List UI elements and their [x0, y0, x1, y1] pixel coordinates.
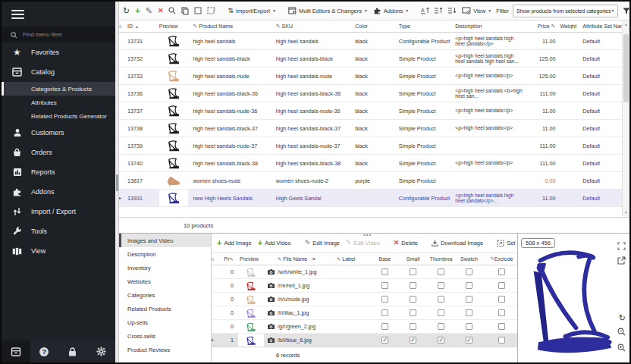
col-header-weight[interactable]: Weight [557, 24, 580, 29]
copy-icon[interactable] [181, 5, 190, 17]
zoom-out-icon[interactable] [617, 325, 626, 339]
add-video-button[interactable]: +Add Video [257, 237, 292, 249]
checkbox-small[interactable] [410, 268, 416, 275]
multi-editors-button[interactable]: Multi Editors & Changers▼ [287, 5, 369, 16]
checkbox-swatch[interactable] [466, 323, 472, 330]
col-header-type[interactable]: Type [397, 24, 454, 29]
image-row[interactable]: 0 /n/u/nude.jpg [212, 293, 520, 306]
product-row[interactable]: 13738 high heel sandals-black-37high hee… [119, 120, 622, 137]
sidebar-item-tools[interactable]: Tools [2, 221, 115, 241]
checkbox-thumbnail[interactable] [438, 309, 444, 316]
tab-related-products[interactable]: Related Products [119, 302, 211, 315]
select-icon[interactable] [193, 5, 202, 16]
product-row[interactable]: ▸13931 new High Heels SandalsHigh Geels … [119, 190, 622, 207]
delete-image-button[interactable]: ✕Delete [393, 238, 419, 248]
col-header-preview[interactable]: Preview [237, 256, 265, 262]
hamburger-menu-icon[interactable] [2, 2, 115, 27]
col-header-thumbnail[interactable]: Thumbna [427, 256, 455, 262]
edit-image-button[interactable]: ✎Edit Image [304, 238, 341, 248]
image-row[interactable]: 0 /g/r/green_2.jpg [212, 320, 520, 334]
add-icon[interactable]: + [134, 5, 140, 17]
rotate-icon[interactable]: ↻ [619, 313, 626, 323]
image-row[interactable]: 0 /r/e/red_1.jpg [212, 279, 520, 293]
col-header-label[interactable]: ✎ Label [337, 256, 371, 262]
sidebar-item-addons[interactable]: Addons [2, 182, 115, 202]
col-header-attribute-set[interactable]: Attribute Set Name [580, 24, 622, 29]
sort-asc-icon[interactable] [434, 5, 444, 16]
category-filter-select[interactable]: Show products from selected categories▼ [513, 5, 618, 17]
checkbox-base[interactable]: ✓ [381, 337, 388, 344]
checkbox-small[interactable]: ✓ [410, 337, 416, 344]
sort-az-icon[interactable]: A [420, 5, 430, 16]
tab-websites[interactable]: Websites [119, 275, 211, 288]
checkbox-thumbnail[interactable] [438, 296, 444, 303]
col-header-preview[interactable]: Preview [157, 24, 191, 29]
checkbox-exclude[interactable] [498, 323, 505, 330]
col-header-pr[interactable]: Pr✎ [218, 256, 237, 262]
checkbox-thumbnail[interactable] [438, 323, 444, 330]
checkbox-thumbnail[interactable] [438, 268, 444, 275]
store-icon[interactable] [2, 340, 30, 362]
product-row[interactable]: 13732 high heel sandals-blackhigh heel s… [119, 50, 622, 67]
lock-icon[interactable] [58, 340, 87, 362]
sidebar-item-related-products-generator[interactable]: Related Products Generator [2, 109, 115, 123]
checkbox-swatch[interactable] [466, 282, 472, 289]
add-image-button[interactable]: +Add Image [216, 237, 253, 249]
image-row[interactable]: 0 /w/h/white_1.jpg [212, 265, 520, 279]
tab-images-and-video[interactable]: Images and Video [119, 234, 211, 247]
sidebar-item-categories-products[interactable]: Categories & Products [2, 82, 115, 96]
col-header-product-name[interactable]: ✎ Product Name [190, 24, 273, 29]
products-grid-scrollbar[interactable]: ▲ ▼ [622, 20, 629, 216]
refresh-icon[interactable]: ↻ [122, 5, 130, 17]
col-header-small[interactable]: Small [399, 256, 427, 262]
checkbox-base[interactable] [381, 309, 388, 316]
checkbox-small[interactable] [410, 296, 416, 303]
image-row[interactable]: 0 /l/i/lilac_1.jpg [212, 306, 520, 320]
checkbox-exclude[interactable] [498, 337, 505, 344]
product-row[interactable]: 13817women shoes-nudewomen shoes-nude-2p… [119, 172, 622, 190]
expand-icon[interactable] [617, 240, 626, 253]
sidebar-item-orders[interactable]: Orders [2, 143, 115, 162]
sort-desc-icon[interactable] [447, 5, 457, 16]
checkbox-exclude[interactable] [498, 268, 505, 275]
col-header-description[interactable]: Description [453, 24, 524, 30]
col-header-id[interactable]: ID▲ [125, 24, 157, 29]
sidebar-search[interactable] [2, 27, 115, 42]
product-row[interactable]: 13737 high heel sandals-nude-36high heel… [119, 102, 622, 120]
tab-inventory[interactable]: Inventory [119, 261, 211, 275]
edit-video-button[interactable]: ✎Edit Video [345, 238, 381, 248]
product-row[interactable]: 13740 high heel sandals-black-38high hee… [119, 155, 622, 172]
filter-flag-icon[interactable]: ⚑ [312, 257, 316, 262]
grid-menu-icon[interactable]: ≡ [212, 257, 218, 262]
product-row[interactable]: 13736 high heel sandals-black-36high hee… [119, 85, 622, 102]
checkbox-base[interactable] [381, 282, 388, 289]
product-row[interactable]: 13739 high heel sandals-nude-37high heel… [119, 137, 622, 155]
col-header-color[interactable]: Color [353, 24, 397, 29]
search-icon[interactable] [168, 5, 177, 16]
image-row[interactable]: ▸1 /b/l/blue_6.jpg✓✓✓✓ [212, 334, 520, 347]
checkbox-small[interactable] [410, 323, 416, 330]
tab-description[interactable]: Description [119, 247, 211, 261]
col-header-base[interactable]: Base [371, 256, 399, 262]
sidebar-item-favorites[interactable]: ★ Favorites [2, 42, 115, 62]
download-image-button[interactable]: Download Image [431, 238, 484, 248]
col-header-file-name[interactable]: ✎ File Name⚑ [276, 256, 337, 262]
sidebar-item-reports[interactable]: Reports [2, 162, 115, 182]
checkbox-small[interactable] [410, 309, 416, 316]
search-input[interactable] [23, 31, 99, 38]
addons-button[interactable]: Addons▼ [372, 5, 410, 16]
checkbox-exclude[interactable] [498, 309, 505, 316]
paste-icon[interactable] [206, 5, 216, 16]
checkbox-swatch[interactable]: ✓ [466, 337, 472, 344]
help-icon[interactable]: ? [30, 340, 59, 362]
filters-button[interactable]: Filters▼ [622, 6, 631, 16]
sidebar-item-attributes[interactable]: Attributes [2, 96, 115, 109]
open-external-icon[interactable] [617, 254, 626, 268]
checkbox-exclude[interactable] [498, 296, 505, 303]
checkbox-swatch[interactable] [466, 268, 472, 275]
checkbox-base[interactable] [381, 268, 388, 275]
gear-icon[interactable] [87, 340, 116, 362]
checkbox-base[interactable] [381, 323, 388, 330]
checkbox-small[interactable] [410, 282, 416, 289]
product-row[interactable]: 13731 high heel sandalshigh heel sandals… [119, 33, 622, 50]
